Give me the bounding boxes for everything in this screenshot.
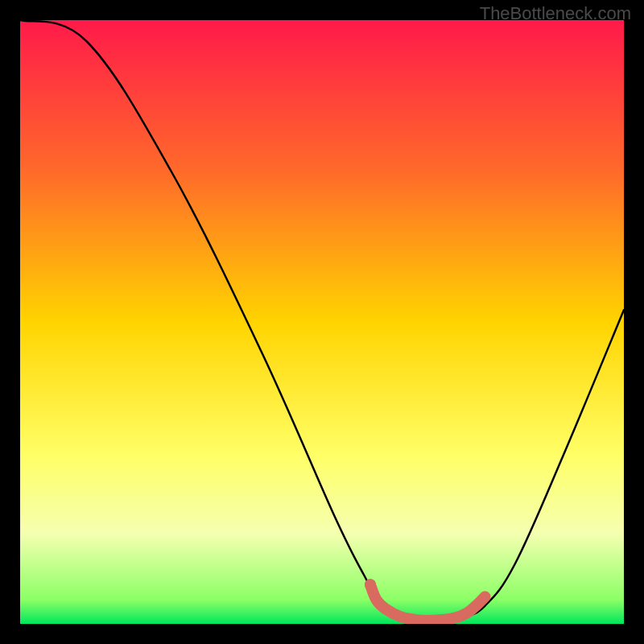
watermark-text: TheBottleneck.com (480, 3, 631, 24)
optimal-range-dot (365, 579, 376, 590)
chart-svg (20, 20, 624, 624)
chart-plot-area (20, 20, 624, 624)
chart-background (20, 20, 624, 624)
